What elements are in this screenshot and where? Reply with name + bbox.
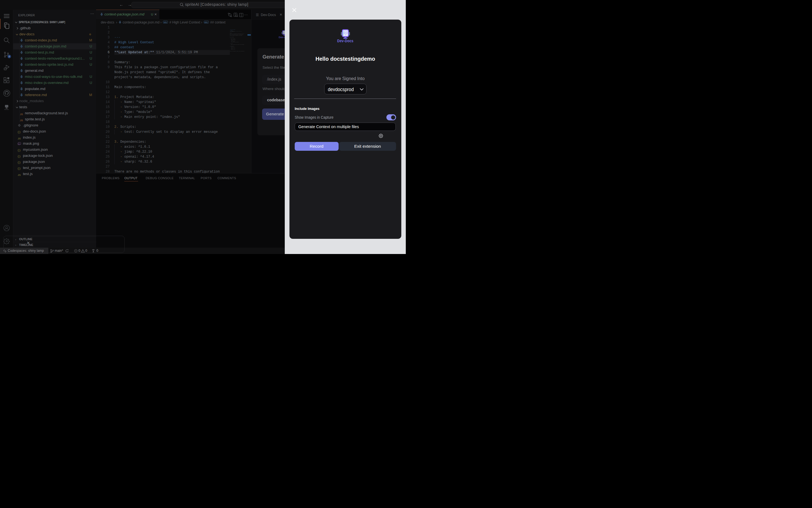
svg-text:docs: docs <box>344 38 346 38</box>
